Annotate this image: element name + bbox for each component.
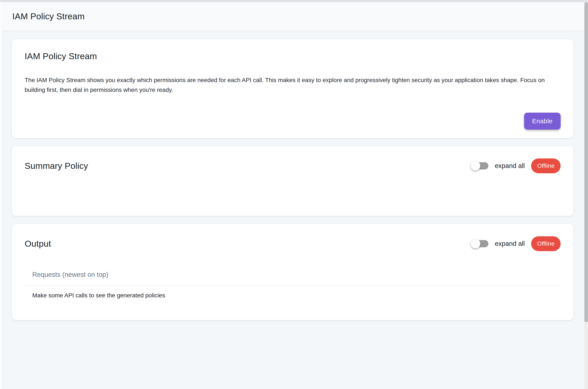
summary-status-badge: Offline [531, 159, 561, 173]
requests-heading: Requests (newest on top) [25, 270, 561, 279]
summary-expand-all-label: expand all [495, 162, 525, 170]
output-title: Output [25, 238, 51, 249]
intro-card-title: IAM Policy Stream [25, 51, 561, 62]
page-header: IAM Policy Stream [0, 2, 588, 31]
summary-policy-controls: expand all Offline [471, 159, 561, 173]
requests-divider [25, 285, 561, 286]
left-edge-gutter [0, 2, 2, 389]
summary-expand-all-toggle[interactable] [471, 161, 488, 171]
window-top-strip [0, 0, 588, 2]
intro-card-description: The IAM Policy Stream shows you exactly … [25, 75, 561, 95]
output-status-badge: Offline [531, 236, 561, 251]
output-controls: expand all Offline [471, 236, 561, 251]
output-header-row: Output expand all Offline [25, 235, 561, 252]
scrollbar-track[interactable] [584, 2, 588, 389]
enable-button[interactable]: Enable [524, 113, 561, 130]
requests-section: Requests (newest on top) Make some API c… [25, 270, 561, 300]
scrollbar-thumb[interactable] [584, 2, 588, 322]
output-card: Output expand all Offline Requests (newe… [12, 224, 573, 320]
summary-policy-card: Summary Policy expand all Offline [12, 146, 573, 216]
summary-policy-title: Summary Policy [25, 160, 88, 171]
intro-card-actions: Enable [25, 113, 561, 130]
page-title: IAM Policy Stream [12, 11, 85, 21]
intro-card: IAM Policy Stream The IAM Policy Stream … [12, 39, 573, 138]
toggle-thumb [471, 239, 480, 249]
output-expand-all-label: expand all [495, 240, 525, 248]
main-content: IAM Policy Stream The IAM Policy Stream … [0, 32, 588, 328]
requests-empty-message: Make some API calls to see the generated… [25, 291, 561, 300]
toggle-thumb [471, 161, 480, 171]
output-expand-all-toggle[interactable] [471, 239, 488, 249]
summary-policy-header-row: Summary Policy expand all Offline [25, 157, 561, 174]
app-window: IAM Policy Stream IAM Policy Stream The … [0, 0, 588, 389]
